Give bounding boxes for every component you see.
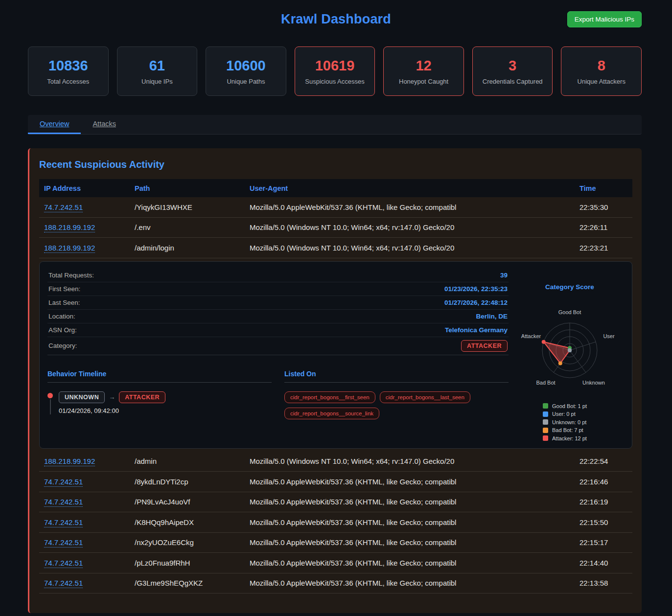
listed-on-section: Listed On cidr_report_bogons__first_seen… [284,370,509,419]
table-row[interactable]: 74.7.242.51 /G3Lme9ShEQgXKZ Mozilla/5.0 … [39,573,632,594]
column-header-ip: IP Address [39,184,130,192]
table-header-row: IP Address Path User-Agent Time [39,179,632,197]
timeline-dot-icon [47,393,53,398]
arrow-right-icon: → [109,393,115,401]
tab-bar: Overview Attacks [28,115,642,135]
radar-legend-item: Good Bot: 1 pt [543,403,624,409]
stat-value: 61 [149,58,165,74]
ip-link[interactable]: 74.7.242.51 [44,559,83,568]
stat-label: Honeypot Caught [399,78,448,85]
table-row[interactable]: 74.7.242.51 /pLz0Fnua9fRhH Mozilla/5.0 A… [39,553,632,573]
ip-link[interactable]: 188.218.99.192 [44,244,95,253]
table-rows-top: 74.7.242.51 /YiqykGI13WHXE Mozilla/5.0 A… [39,197,632,258]
table-row[interactable]: 74.7.242.51 /YiqykGI13WHXE Mozilla/5.0 A… [39,197,632,218]
stat-value: 10836 [48,58,88,74]
detail-field-row: Location:Berlin, DE [47,310,509,323]
detail-field-label: ASN Org: [48,326,77,334]
stat-card-total-accesses: 10836 Total Accesses [28,46,109,96]
detail-field-value: 01/23/2026, 22:35:23 [444,285,508,293]
timeline-timestamp: 01/24/2026, 09:42:00 [59,407,165,414]
panel-title: Recent Suspicious Activity [39,159,632,170]
stat-label: Unique Paths [227,78,265,85]
table-row[interactable]: 188.218.99.192 /admin/login Mozilla/5.0 … [39,238,632,258]
row-user-agent: Mozilla/5.0 AppleWebKit/537.36 (KHTML, l… [245,478,575,486]
ip-link[interactable]: 74.7.242.51 [44,518,83,527]
detail-field-row: ASN Org:Telefonica Germany [47,323,509,337]
timeline-event-body: UNKNOWN → ATTACKER 01/24/2026, 09:42:00 [59,391,165,414]
category-score-radar-chart: Good BotUserUnknownBad BotAttacker [515,294,624,395]
stat-card-honeypot-caught: 12 Honeypot Caught [383,46,464,96]
ip-detail-panel: Total Requests:39First Seen:01/23/2026, … [39,261,632,449]
table-row[interactable]: 188.218.99.192 /.env Mozilla/5.0 (Window… [39,218,632,238]
export-malicious-ips-button[interactable]: Export Malicious IPs [567,11,642,27]
ip-link[interactable]: 188.218.99.192 [44,457,95,466]
ip-detail-fields: Total Requests:39First Seen:01/23/2026, … [47,269,509,337]
behavior-timeline-section: Behavior Timeline UNKNOWN → ATTACKER [47,370,272,419]
detail-field-label: First Seen: [48,285,80,293]
timeline-from-badge: UNKNOWN [59,391,105,403]
row-user-agent: Mozilla/5.0 AppleWebKit/537.36 (KHTML, l… [245,518,575,526]
row-path: /admin/login [130,244,245,252]
tab-overview[interactable]: Overview [28,115,81,134]
detail-field-value: 01/27/2026, 22:48:12 [444,299,508,306]
radar-legend-item: User: 0 pt [543,411,624,417]
detail-field-row: First Seen:01/23/2026, 22:35:23 [47,282,509,296]
listed-on-badge[interactable]: cidr_report_bogons__last_seen [380,391,470,403]
detail-field-row: Last Seen:01/27/2026, 22:48:12 [47,296,509,310]
stat-card-suspicious-accesses: 10619 Suspicious Accesses [295,46,375,96]
legend-label: Good Bot: 1 pt [552,403,587,409]
table-row[interactable]: 188.218.99.192 /admin Mozilla/5.0 (Windo… [39,452,632,472]
row-path: /admin [130,457,245,465]
ip-link[interactable]: 74.7.242.51 [44,203,83,212]
listed-on-badge[interactable]: cidr_report_bogons__source_link [284,408,379,419]
behavior-timeline-title: Behavior Timeline [47,370,272,383]
row-time: 22:35:30 [575,203,632,211]
legend-swatch-icon [543,403,548,409]
row-time: 22:16:46 [575,478,632,486]
table-row[interactable]: 74.7.242.51 /nx2yUOZuE6Ckg Mozilla/5.0 A… [39,533,632,553]
row-user-agent: Mozilla/5.0 AppleWebKit/537.36 (KHTML, l… [245,203,575,211]
ip-link[interactable]: 74.7.242.51 [44,478,83,487]
legend-label: Unknown: 0 pt [552,419,586,425]
listed-on-badge[interactable]: cidr_report_bogons__first_seen [284,391,375,403]
ip-link[interactable]: 74.7.242.51 [44,538,83,548]
radar-legend-item: Unknown: 0 pt [543,419,624,425]
ip-link[interactable]: 188.218.99.192 [44,223,95,232]
recent-suspicious-activity-panel: Recent Suspicious Activity IP Address Pa… [28,148,642,613]
row-path: /G3Lme9ShEQgXKZ [130,579,245,587]
legend-swatch-icon [543,419,548,425]
tab-attacks[interactable]: Attacks [81,115,128,134]
row-path: /.env [130,223,245,231]
row-time: 22:16:19 [575,498,632,506]
table-row[interactable]: 74.7.242.51 /8ykdLnDYTi2cp Mozilla/5.0 A… [39,472,632,492]
timeline-to-badge: ATTACKER [119,391,165,403]
row-path: /nx2yUOZuE6Ckg [130,538,245,547]
radar-legend-item: Bad Bot: 7 pt [543,427,624,433]
stat-label: Suspicious Accesses [305,78,364,85]
table-rows-bottom: 188.218.99.192 /admin Mozilla/5.0 (Windo… [39,452,632,594]
timeline-marker [47,391,53,414]
row-time: 22:13:58 [575,579,632,587]
row-user-agent: Mozilla/5.0 AppleWebKit/537.36 (KHTML, l… [245,538,575,547]
row-time: 22:22:54 [575,457,632,465]
timeline-event: UNKNOWN → ATTACKER 01/24/2026, 09:42:00 [47,391,272,414]
ip-link[interactable]: 74.7.242.51 [44,579,83,588]
row-path: /K8HQq9hAipeDX [130,518,245,526]
legend-swatch-icon [543,428,548,433]
row-user-agent: Mozilla/5.0 (Windows NT 10.0; Win64; x64… [245,457,575,465]
stats-row: 10836 Total Accesses 61 Unique IPs 10600… [0,42,672,96]
detail-field-row: Total Requests:39 [47,269,509,282]
stat-value: 3 [509,58,516,74]
stat-card-unique-attackers: 8 Unique Attackers [561,46,642,96]
row-time: 22:15:17 [575,538,632,547]
detail-field-value: 39 [500,272,508,279]
stat-label: Unique IPs [141,78,173,85]
ip-link[interactable]: 74.7.242.51 [44,498,83,507]
table-row[interactable]: 74.7.242.51 /PN9LvAcJ4uoVf Mozilla/5.0 A… [39,492,632,513]
row-path: /PN9LvAcJ4uoVf [130,498,245,506]
table-row[interactable]: 74.7.242.51 /K8HQq9hAipeDX Mozilla/5.0 A… [39,512,632,533]
stat-card-unique-paths: 10600 Unique Paths [206,46,286,96]
detail-field-value: Berlin, DE [476,313,508,320]
row-path: /YiqykGI13WHXE [130,203,245,211]
legend-label: Attacker: 12 pt [552,435,587,441]
